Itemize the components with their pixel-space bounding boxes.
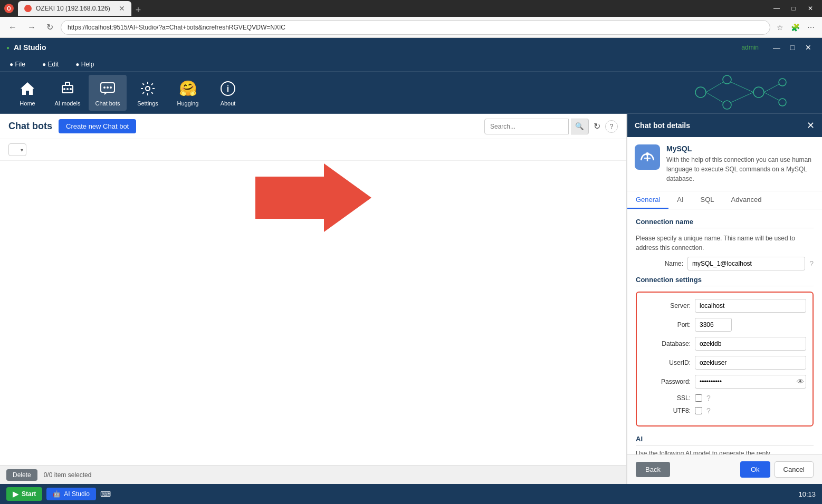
chat-bots-icon [98, 79, 117, 98]
connection-name-row: Name: ? [636, 257, 814, 270]
home-label: Home [20, 100, 35, 106]
filter-dropdown-wrapper[interactable] [8, 143, 26, 156]
app-minimize-btn[interactable]: — [769, 42, 784, 53]
panel-info-text: MySQL With the help of this connection y… [666, 144, 815, 183]
ai-section-title: AI [636, 435, 814, 445]
utf8-help-icon[interactable]: ? [706, 406, 711, 415]
tab-sql[interactable]: SQL [692, 191, 723, 209]
filter-select[interactable] [8, 143, 26, 156]
tab-general[interactable]: General [627, 191, 668, 209]
ok-button[interactable]: Ok [740, 461, 770, 478]
utf8-checkbox[interactable] [695, 407, 702, 414]
panel-body: Connection name Please specify a unique … [627, 209, 822, 454]
help-button[interactable]: ? [605, 120, 618, 133]
close-window-btn[interactable]: ✕ [803, 3, 818, 14]
delete-button[interactable]: Delete [6, 469, 37, 481]
app-bottom-bar: ▶ Start 🤖 AI Studio ⌨ 10:13 [0, 484, 822, 504]
toolbar-settings-btn[interactable]: Settings [129, 75, 167, 111]
browser-tab[interactable]: OZEKI 10 (192.168.0.126) ✕ [18, 1, 131, 16]
search-input[interactable] [484, 119, 569, 134]
svg-point-8 [110, 86, 112, 89]
menu-edit[interactable]: ● Edit [39, 60, 62, 69]
port-input[interactable] [695, 318, 732, 332]
about-icon: i [218, 79, 237, 98]
server-input[interactable] [695, 299, 806, 313]
bookmark-btn[interactable]: ☆ [775, 21, 786, 34]
ssl-label: SSL: [643, 394, 691, 402]
server-row: Server: [643, 299, 806, 313]
start-label: Start [22, 490, 36, 498]
panel-close-button[interactable]: ✕ [807, 120, 815, 131]
panel-header: Chat bot details ✕ [627, 114, 822, 137]
svg-point-2 [66, 88, 69, 90]
toolbar-home-btn[interactable]: Home [8, 75, 46, 111]
tab-ai[interactable]: AI [668, 191, 692, 209]
name-input[interactable] [687, 257, 805, 270]
footer-right-buttons: Ok Cancel [740, 461, 814, 478]
toolbar-hugging-btn[interactable]: 🤗 Hugging [169, 75, 207, 111]
toolbar-chat-bots-btn[interactable]: Chat bots [89, 75, 127, 111]
main-content: Chat bots Create new Chat bot 🔍 ↻ ? [0, 114, 822, 484]
app-close-btn[interactable]: ✕ [801, 42, 816, 53]
utf8-label: UTF8: [643, 407, 691, 414]
search-group: 🔍 ↻ ? [484, 119, 618, 134]
ai-studio-taskbar-btn[interactable]: 🤖 AI Studio [46, 488, 96, 500]
start-icon: ▶ [13, 490, 18, 498]
ai-section: AI Use the following AI model to generat… [636, 435, 814, 454]
forward-nav-btn[interactable]: → [24, 21, 39, 34]
refresh-button[interactable]: ↻ [591, 119, 603, 134]
userid-input[interactable] [695, 356, 806, 370]
svg-point-9 [146, 86, 150, 91]
url-input[interactable] [61, 20, 770, 35]
back-button[interactable]: Back [636, 462, 670, 477]
menu-file[interactable]: ● File [6, 60, 28, 69]
page-title: Chat bots [8, 121, 52, 132]
utf8-row: UTF8: ? [643, 406, 806, 415]
right-panel: Chat bot details ✕ [627, 114, 822, 484]
tab-close-btn[interactable]: ✕ [119, 4, 125, 13]
hugging-label: Hugging [177, 100, 199, 106]
tab-advanced[interactable]: Advanced [723, 191, 770, 209]
connection-settings-title: Connection settings [636, 276, 814, 286]
reload-nav-btn[interactable]: ↻ [43, 20, 56, 34]
svg-point-3 [70, 88, 72, 90]
menu-btn[interactable]: ⋯ [805, 21, 817, 34]
extensions-btn[interactable]: 🧩 [789, 21, 802, 34]
userid-label: UserID: [643, 359, 691, 366]
maximize-btn[interactable]: □ [786, 3, 801, 14]
chat-bots-label: Chat bots [95, 100, 120, 106]
password-toggle-btn[interactable]: 👁 [797, 377, 804, 386]
toolbar-about-btn[interactable]: i About [209, 75, 247, 111]
bot-list-area [0, 161, 626, 465]
search-button[interactable]: 🔍 [571, 119, 589, 134]
app-container: ● AI Studio admin — □ ✕ ● File ● Edit ● … [0, 38, 822, 504]
minimize-btn[interactable]: — [769, 3, 784, 14]
mysql-icon [635, 144, 660, 170]
password-row: Password: 👁 [643, 375, 806, 389]
toolbar-ai-models-btn[interactable]: AI models [49, 75, 87, 111]
svg-text:i: i [227, 84, 229, 93]
ssl-checkbox[interactable] [695, 394, 702, 402]
start-button[interactable]: ▶ Start [6, 487, 42, 501]
ai-studio-taskbar-icon: 🤖 [53, 490, 61, 498]
window-controls: — □ ✕ [769, 3, 818, 14]
name-help-icon[interactable]: ? [809, 259, 814, 268]
database-input[interactable] [695, 337, 806, 351]
create-chatbot-button[interactable]: Create new Chat bot [59, 119, 136, 133]
menu-help[interactable]: ● Help [72, 60, 97, 69]
svg-point-7 [107, 86, 109, 89]
panel-title: Chat bot details [635, 121, 690, 130]
ssl-help-icon[interactable]: ? [706, 394, 711, 402]
svg-rect-4 [65, 82, 70, 85]
app-maximize-btn[interactable]: □ [785, 42, 800, 53]
back-nav-btn[interactable]: ← [5, 21, 20, 34]
ssl-row: SSL: ? [643, 394, 806, 402]
cancel-button[interactable]: Cancel [775, 461, 814, 478]
connection-name-description: Please specify a unique name. This name … [636, 234, 814, 253]
new-tab-button[interactable]: + [136, 5, 141, 16]
svg-point-27 [646, 152, 649, 156]
svg-point-1 [63, 88, 65, 90]
password-input[interactable] [695, 375, 806, 389]
keyboard-icon: ⌨ [100, 490, 111, 498]
mysql-logo [638, 148, 657, 167]
